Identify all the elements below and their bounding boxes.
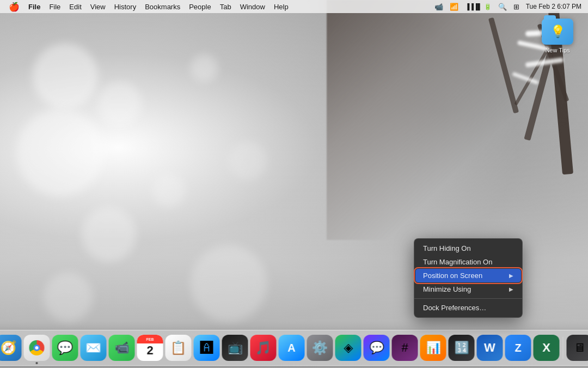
minimize-submenu-arrow: ▶ [509, 286, 513, 292]
menubar-bookmarks[interactable]: Bookmarks [140, 2, 185, 12]
menubar-tab[interactable]: Tab [216, 2, 236, 12]
menubar-wifi-icon: 📶 [448, 2, 461, 12]
context-menu-position[interactable]: Position on Screen ▶ [415, 269, 521, 282]
menubar-datetime: Tue Feb 2 6:07 PM [524, 2, 584, 11]
dock-item-reminders[interactable]: 📋 [166, 335, 192, 361]
menubar-battery-icon: ▐▐▐▌ 🔋 [463, 2, 493, 11]
dock-item-istatistica[interactable]: 📊 [420, 335, 446, 361]
dock-item-displays[interactable]: 🖥 [567, 335, 589, 361]
dock-item-mail[interactable]: ✉️ [81, 335, 107, 361]
dock-item-chrome[interactable] [24, 335, 50, 361]
menubar-window[interactable]: Window [236, 2, 270, 12]
context-menu-turn-hiding[interactable]: Turn Hiding On [415, 242, 521, 255]
dock-item-slack[interactable]: # [392, 335, 418, 361]
dock-item-shortcuts[interactable]: ◈ [335, 335, 362, 361]
menubar-view[interactable]: View [86, 2, 110, 12]
dock-item-facetime[interactable]: 📹 [109, 335, 135, 361]
menubar-file[interactable]: File [45, 2, 65, 12]
dock-item-system-preferences[interactable]: ⚙️ [307, 335, 333, 361]
menubar-people[interactable]: People [185, 2, 215, 12]
menubar: 🍎 File File Edit View History Bookmarks … [0, 0, 588, 13]
dock-active-dot [36, 362, 38, 364]
menubar-meet-icon: 📹 [432, 2, 445, 12]
new-tips-desktop-icon[interactable]: 💡 New Tips [540, 19, 575, 53]
context-menu-divider [414, 298, 522, 299]
new-tips-label: New Tips [545, 47, 569, 53]
dock-item-appstore2[interactable]: A [279, 335, 305, 361]
dock-item-messages[interactable]: 💬 [52, 335, 78, 361]
menubar-control-center-icon[interactable]: ⊞ [511, 2, 522, 12]
context-menu-dock-preferences[interactable]: Dock Preferences… [415, 301, 521, 315]
position-submenu-arrow: ▶ [509, 273, 513, 279]
dock-item-word[interactable]: W [477, 335, 503, 361]
context-menu-minimize[interactable]: Minimize Using ▶ [415, 282, 521, 296]
menubar-search-icon[interactable]: 🔍 [496, 2, 509, 12]
context-menu-magnification[interactable]: Turn Magnification On [415, 255, 521, 269]
new-tips-folder-icon: 💡 [542, 19, 573, 45]
dock-context-menu: Turn Hiding On Turn Magnification On Pos… [414, 238, 523, 318]
dock-item-excel[interactable]: X [534, 335, 560, 361]
apple-menu[interactable]: 🍎 [4, 2, 24, 12]
menubar-left: 🍎 File File Edit View History Bookmarks … [4, 2, 293, 12]
dock-item-calendar[interactable]: FEB 2 [137, 335, 163, 361]
dock-item-safari[interactable]: 🧭 [0, 335, 22, 361]
dock-item-calculator[interactable]: 🔢 [449, 335, 475, 361]
menubar-app-name[interactable]: File [24, 2, 45, 12]
dock-item-messenger[interactable]: 💬 [364, 335, 390, 361]
menubar-help[interactable]: Help [270, 2, 293, 12]
dock-item-appstore[interactable]: 🅰 [194, 335, 220, 361]
dock-separator [563, 337, 564, 359]
dock: 🐻 ⊞ 🧭 💬 ✉️ 📹 FEB 2 📋 [0, 330, 588, 366]
menubar-edit[interactable]: Edit [65, 2, 85, 12]
menubar-right: 📹 📶 ▐▐▐▌ 🔋 🔍 ⊞ Tue Feb 2 6:07 PM [432, 2, 584, 12]
dock-item-zoom[interactable]: Z [505, 335, 531, 361]
menubar-history[interactable]: History [110, 2, 140, 12]
dock-item-appletv[interactable]: 📺 [222, 335, 248, 361]
dock-item-music[interactable]: 🎵 [250, 335, 277, 361]
